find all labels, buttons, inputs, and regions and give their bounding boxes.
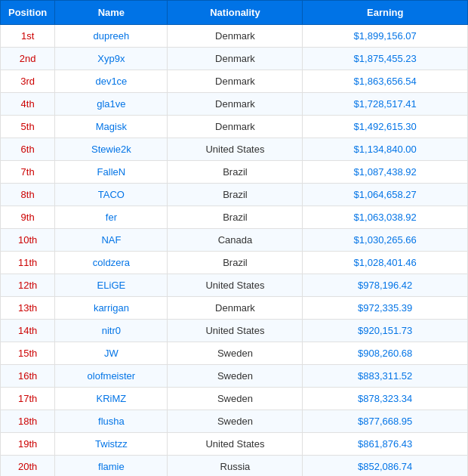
table-row: 17thKRiMZSweden$878,323.34 — [1, 388, 468, 410]
cell-name: karrigan — [55, 297, 168, 320]
cell-nationality: Russia — [168, 456, 303, 477]
cell-nationality: Sweden — [168, 342, 303, 365]
cell-name: FalleN — [55, 161, 168, 184]
table-row: 15thJWSweden$908,260.68 — [1, 342, 468, 365]
cell-nationality: Brazil — [168, 206, 303, 229]
cell-earning: $1,030,265.66 — [303, 229, 468, 252]
cell-position: 9th — [1, 206, 55, 229]
table-row: 8thTACOBrazil$1,064,658.27 — [1, 184, 468, 206]
cell-earning: $1,028,401.46 — [303, 252, 468, 274]
cell-earning: $1,875,455.23 — [303, 48, 468, 70]
cell-earning: $878,323.34 — [303, 388, 468, 410]
table-row: 3rddev1ceDenmark$1,863,656.54 — [1, 70, 468, 93]
cell-name: TACO — [55, 184, 168, 206]
cell-earning: $908,260.68 — [303, 342, 468, 365]
cell-nationality: Denmark — [168, 70, 303, 93]
cell-name: fer — [55, 206, 168, 229]
cell-nationality: Brazil — [168, 252, 303, 274]
cell-name: Xyp9x — [55, 48, 168, 70]
table-row: 20thflamieRussia$852,086.74 — [1, 456, 468, 477]
cell-name: gla1ve — [55, 93, 168, 116]
cell-earning: $1,064,658.27 — [303, 184, 468, 206]
cell-name: Stewie2k — [55, 138, 168, 161]
cell-earning: $1,063,038.92 — [303, 206, 468, 229]
cell-earning: $861,876.43 — [303, 433, 468, 456]
cell-position: 5th — [1, 116, 55, 138]
header-name: Name — [55, 1, 168, 25]
cell-nationality: Brazil — [168, 161, 303, 184]
cell-name: Magisk — [55, 116, 168, 138]
cell-position: 18th — [1, 410, 55, 433]
cell-name: JW — [55, 342, 168, 365]
cell-name: ELiGE — [55, 274, 168, 297]
cell-nationality: Denmark — [168, 25, 303, 48]
cell-name: Twistzz — [55, 433, 168, 456]
cell-nationality: United States — [168, 138, 303, 161]
cell-position: 11th — [1, 252, 55, 274]
cell-nationality: Brazil — [168, 184, 303, 206]
table-row: 18thflushaSweden$877,668.95 — [1, 410, 468, 433]
cell-earning: $920,151.73 — [303, 320, 468, 342]
cell-position: 20th — [1, 456, 55, 477]
cell-position: 14th — [1, 320, 55, 342]
cell-position: 10th — [1, 229, 55, 252]
cell-name: coldzera — [55, 252, 168, 274]
cell-earning: $1,863,656.54 — [303, 70, 468, 93]
cell-position: 17th — [1, 388, 55, 410]
table-row: 10thNAFCanada$1,030,265.66 — [1, 229, 468, 252]
cell-nationality: Sweden — [168, 410, 303, 433]
cell-position: 15th — [1, 342, 55, 365]
cell-position: 8th — [1, 184, 55, 206]
cell-nationality: Sweden — [168, 365, 303, 388]
cell-earning: $877,668.95 — [303, 410, 468, 433]
table-row: 13thkarriganDenmark$972,335.39 — [1, 297, 468, 320]
cell-earning: $1,728,517.41 — [303, 93, 468, 116]
cell-earning: $852,086.74 — [303, 456, 468, 477]
table-row: 1stdupreehDenmark$1,899,156.07 — [1, 25, 468, 48]
cell-position: 2nd — [1, 48, 55, 70]
cell-nationality: Canada — [168, 229, 303, 252]
cell-earning: $1,492,615.30 — [303, 116, 468, 138]
cell-earning: $1,899,156.07 — [303, 25, 468, 48]
cell-name: flusha — [55, 410, 168, 433]
cell-name: nitr0 — [55, 320, 168, 342]
table-row: 11thcoldzeraBrazil$1,028,401.46 — [1, 252, 468, 274]
cell-position: 13th — [1, 297, 55, 320]
cell-name: olofmeister — [55, 365, 168, 388]
cell-position: 7th — [1, 161, 55, 184]
cell-position: 16th — [1, 365, 55, 388]
table-row: 5thMagiskDenmark$1,492,615.30 — [1, 116, 468, 138]
table-row: 2ndXyp9xDenmark$1,875,455.23 — [1, 48, 468, 70]
table-row: 12thELiGEUnited States$978,196.42 — [1, 274, 468, 297]
table-row: 6thStewie2kUnited States$1,134,840.00 — [1, 138, 468, 161]
cell-nationality: Sweden — [168, 388, 303, 410]
cell-name: flamie — [55, 456, 168, 477]
cell-position: 3rd — [1, 70, 55, 93]
cell-nationality: Denmark — [168, 116, 303, 138]
cell-name: KRiMZ — [55, 388, 168, 410]
cell-nationality: Denmark — [168, 48, 303, 70]
header-position: Position — [1, 1, 55, 25]
cell-nationality: Denmark — [168, 297, 303, 320]
table-row: 4thgla1veDenmark$1,728,517.41 — [1, 93, 468, 116]
cell-earning: $883,311.52 — [303, 365, 468, 388]
cell-name: dupreeh — [55, 25, 168, 48]
cell-position: 19th — [1, 433, 55, 456]
header-nationality: Nationality — [168, 1, 303, 25]
cell-earning: $1,087,438.92 — [303, 161, 468, 184]
table-row: 14thnitr0United States$920,151.73 — [1, 320, 468, 342]
cell-earning: $978,196.42 — [303, 274, 468, 297]
cell-position: 1st — [1, 25, 55, 48]
earnings-table: Position Name Nationality Earning 1stdup… — [0, 0, 468, 476]
cell-nationality: United States — [168, 433, 303, 456]
cell-position: 12th — [1, 274, 55, 297]
cell-earning: $972,335.39 — [303, 297, 468, 320]
table-row: 9thferBrazil$1,063,038.92 — [1, 206, 468, 229]
cell-position: 4th — [1, 93, 55, 116]
cell-name: dev1ce — [55, 70, 168, 93]
table-row: 16tholofmeisterSweden$883,311.52 — [1, 365, 468, 388]
header-earning: Earning — [303, 1, 468, 25]
cell-nationality: United States — [168, 274, 303, 297]
cell-position: 6th — [1, 138, 55, 161]
table-header-row: Position Name Nationality Earning — [1, 1, 468, 25]
